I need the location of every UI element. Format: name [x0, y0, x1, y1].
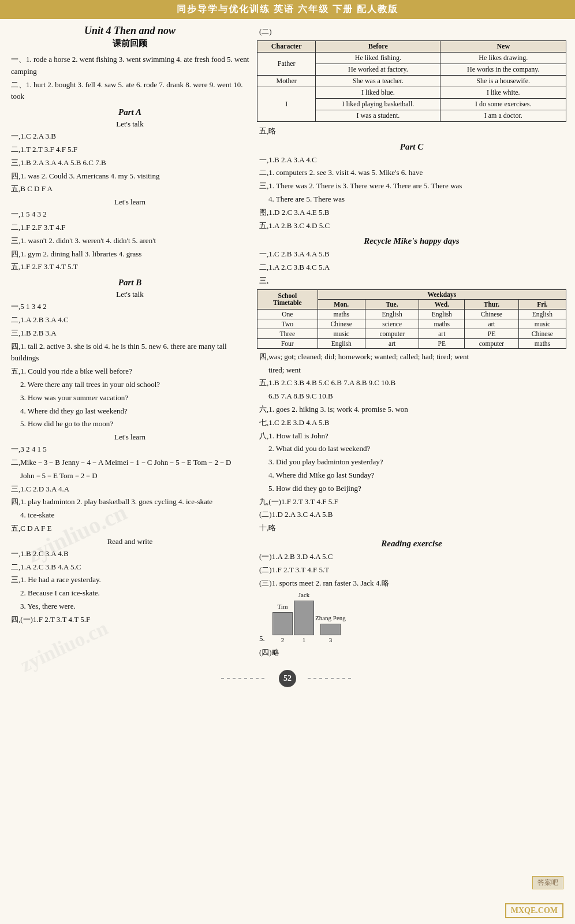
two-tue: science: [365, 319, 419, 329]
timetable-weekdays: Weekdays: [318, 289, 566, 299]
table-row: One maths English English Chinese Englis…: [257, 309, 566, 319]
read-i2: (二)1.F 2.T 3.T 4.F 5.T: [257, 564, 566, 576]
zhangpeng-label-top: Zhang Peng: [315, 613, 346, 624]
col-character: Character: [257, 40, 316, 52]
talkB-i4: 四,1. tall 2. active 3. she is old 4. he …: [9, 341, 251, 365]
rw-i4: 四,(一)1.F 2.T 3.T 4.T 5.F: [9, 614, 251, 626]
partA-i3: 三,1.B 2.A 3.A 4.A 5.B 6.C 7.B: [9, 157, 251, 169]
bar-col-zhangpeng: Zhang Peng 3: [315, 613, 346, 645]
rec-i8-4: 4. Where did Mike go last Sunday?: [257, 470, 566, 482]
three-wed: art: [419, 329, 465, 338]
header-text: 同步导学与优化训练 英语 六年级 下册 配人教版: [177, 3, 398, 16]
one-tue: English: [365, 309, 419, 319]
four-tue: art: [365, 338, 419, 348]
rec-i9-1: 九,(一)1.F 2.T 3.T 4.F 5.F: [257, 496, 566, 508]
bottom-watermarks: 答案吧: [532, 876, 563, 889]
read-i3-2: 5. Tim 2 Jack 1 Zhang Peng: [257, 590, 566, 645]
lets-learn-2: Let's learn: [9, 433, 251, 442]
rec-i2: 二,1.A 2.C 3.B 4.C 5.A: [257, 262, 566, 274]
learnB-i4b: 4. ice-skate: [9, 509, 251, 521]
bar-col-tim: Tim 2: [272, 602, 293, 645]
period-four: Four: [257, 338, 318, 348]
rec-i8-1: 八,1. How tall is John?: [257, 430, 566, 442]
rec-i5: 五,1.B 2.C 3.B 4.B 5.C 6.B 7.A 8.B 9.C 10…: [257, 377, 566, 389]
learnB-i2: 二,Mike－3－B Jenny－4－A Meimei－1－C John－5－E…: [9, 457, 251, 469]
i-new-2: I do some exercises.: [440, 98, 566, 110]
pc-i5: 五,1.A 2.B 3.C 4.D 5.C: [257, 220, 566, 232]
tue: Tue.: [365, 299, 419, 309]
rec-i8-5: 5. How did they go to Beijing?: [257, 483, 566, 495]
four-mon: English: [318, 338, 365, 348]
learnB-i3: 三,1.C 2.D 3.A 4.A: [9, 483, 251, 495]
rec-i9-2: (二)1.D 2.A 3.C 4.A 5.B: [257, 509, 566, 521]
decoration-right: [308, 678, 354, 679]
section2: 二、1. hurt 2. bought 3. fell 4. saw 5. at…: [9, 79, 251, 103]
talkB-i5-4: 4. Where did they go last weekend?: [9, 405, 251, 418]
rw-i3-3: 3. Yes, there were.: [9, 601, 251, 613]
partA-i2: 二,1.T 2.T 3.F 4.F 5.F: [9, 144, 251, 156]
bar-col-jack: Jack 1: [294, 590, 314, 645]
rec-i8-3: 3. Did you play badminton yesterday?: [257, 456, 566, 468]
jack-bar: [294, 601, 314, 635]
partA-i4: 四,1. was 2. Could 3. Americans 4. my 5. …: [9, 170, 251, 182]
two-mon: Chinese: [318, 319, 365, 329]
page-number: 52: [279, 670, 296, 687]
section1: 一、1. rode a horse 2. went fishing 3. wen…: [9, 54, 251, 78]
partC-title: Part C: [257, 142, 566, 152]
partA-i5: 五,B C D F A: [9, 183, 251, 195]
two-fri: music: [518, 319, 566, 329]
rec-i4: 四,was; got; cleaned; did; homework; want…: [257, 351, 566, 363]
talkB-i5-5: 5. How did he go to the moon?: [9, 418, 251, 430]
timetable-school: SchoolTimetable: [257, 289, 318, 309]
answers-badge: 答案吧: [532, 876, 563, 889]
table-row: Four English art PE computer maths: [257, 338, 566, 348]
before-now-table: Character Before New Father He liked fis…: [257, 40, 566, 122]
table-row: Three music computer art PE Chinese: [257, 329, 566, 338]
jack-value: 1: [303, 635, 306, 646]
zhangpeng-value: 3: [329, 635, 333, 646]
table-row: I I liked blue. I like white.: [257, 87, 566, 98]
section2-label: 二、: [11, 80, 26, 89]
partA-i1: 一,1.C 2.A 3.B: [9, 131, 251, 143]
mon: Mon.: [318, 299, 365, 309]
tim-value: 2: [281, 635, 285, 646]
one-thur: Chinese: [465, 309, 519, 319]
bar-chart-container: Tim 2 Jack 1 Zhang Peng 3: [272, 590, 346, 645]
learn1-i1: 一,1 5 4 3 2: [9, 208, 251, 221]
mxqe-logo: MXQE.COM: [505, 903, 563, 918]
col-before: Before: [316, 40, 440, 52]
four-wed: PE: [419, 338, 465, 348]
three-fri: Chinese: [518, 329, 566, 338]
unit-subtitle: 课前回顾: [9, 38, 251, 49]
pc-i4: 图,1.D 2.C 3.A 4.E 5.B: [257, 207, 566, 219]
one-fri: English: [518, 309, 566, 319]
learn1-i3: 三,1. wasn't 2. didn't 3. weren't 4. didn…: [9, 235, 251, 247]
table-row: Father He liked fishing. He likes drawin…: [257, 52, 566, 64]
rec-i1: 一,1.C 2.B 3.A 4.A 5.B: [257, 248, 566, 260]
learnB-i2b: John－5－E Tom－2－D: [9, 470, 251, 482]
i-before-2: I liked playing basketball.: [316, 98, 440, 110]
fri: Fri.: [518, 299, 566, 309]
two-wed: maths: [419, 319, 465, 329]
read-i4: (四)略: [257, 647, 566, 659]
partB-title: Part B: [9, 278, 251, 288]
talkB-i1: 一,5 1 3 4 2: [9, 301, 251, 313]
learnB-i5: 五,C D A F E: [9, 523, 251, 535]
father-cell: Father: [257, 52, 316, 75]
lets-talk-2: Let's talk: [9, 290, 251, 299]
learn1-i5: 五,1.F 2.F 3.T 4.T 5.T: [9, 261, 251, 273]
table-row: Mother She was a teacher. She is a house…: [257, 75, 566, 87]
i-before-3: I was a student.: [316, 110, 440, 121]
period-one: One: [257, 309, 318, 319]
talkB-i2: 二,1.A 2.B 3.A 4.C: [9, 314, 251, 326]
rec-i3: 三,: [257, 275, 566, 287]
three-mon: music: [318, 329, 365, 338]
section2-content: 1. hurt 2. bought 3. fell 4. saw 5. ate …: [11, 80, 242, 101]
right-column: (二) Character Before New Father He liked…: [257, 25, 566, 660]
talkB-i5-2: 2. Were there any tall trees in your old…: [9, 379, 251, 391]
mother-before: She was a teacher.: [316, 75, 440, 87]
learnB-i4: 四,1. play badminton 2. play basketball 3…: [9, 496, 251, 508]
i-new-1: I like white.: [440, 87, 566, 98]
lets-learn-1: Let's learn: [9, 198, 251, 207]
decoration-left: [221, 678, 267, 679]
